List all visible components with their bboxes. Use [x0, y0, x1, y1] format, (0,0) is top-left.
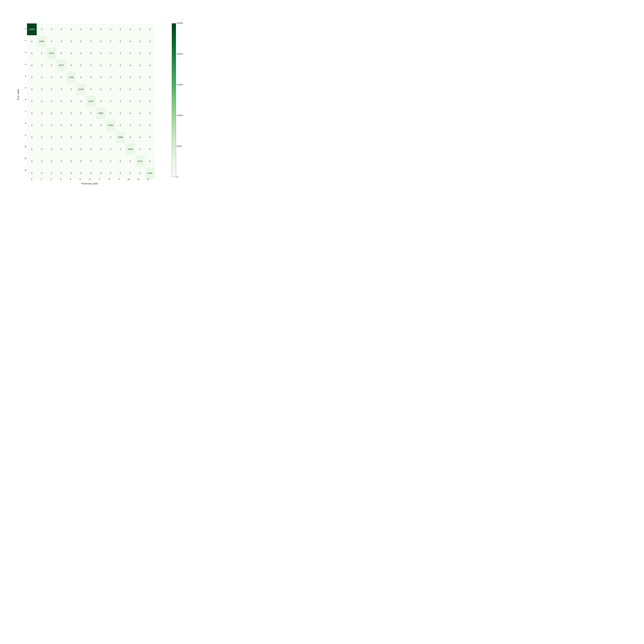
heatmap-cell: 0 — [106, 47, 116, 59]
y-tick-label: 0 — [24, 24, 27, 29]
heatmap-cell: 0 — [86, 143, 96, 155]
heatmap-cell: 0 — [86, 107, 96, 119]
heatmap-grid: 2500000000000000002040000000000000020740… — [27, 23, 155, 179]
heatmap-cell: 0 — [86, 131, 96, 143]
heatmap-cell: 0 — [116, 47, 125, 59]
y-tick-label: 11 — [24, 154, 27, 159]
heatmap-cell: 0 — [27, 167, 37, 179]
heatmap-cell: 0 — [125, 131, 135, 143]
heatmap-cell: 0 — [37, 47, 47, 59]
y-tick-label: 5 — [24, 83, 27, 88]
heatmap-cell: 0 — [116, 119, 125, 131]
heatmap-cell: 0 — [135, 35, 145, 47]
heatmap-cell: 0 — [76, 167, 86, 179]
heatmap-cell: 0 — [76, 131, 86, 143]
heatmap-cell: 0 — [76, 155, 86, 167]
colorbar-tick-label: 5000 — [177, 145, 182, 147]
heatmap-cell: 0 — [116, 167, 125, 179]
heatmap-cell: 0 — [47, 23, 57, 35]
heatmap-cell: 0 — [135, 107, 145, 119]
y-tick-label: 6 — [24, 95, 27, 100]
heatmap-cell: 0 — [27, 107, 37, 119]
heatmap-cell: 0 — [145, 71, 155, 83]
heatmap-cell: 0 — [135, 71, 145, 83]
heatmap-cell: 0 — [116, 95, 125, 107]
heatmap-cell: 0 — [145, 143, 155, 155]
y-axis-label: True Label — [17, 89, 19, 100]
heatmap-cell: 0 — [27, 59, 37, 71]
y-tick-label: 2 — [24, 48, 27, 53]
heatmap-cell: 0 — [106, 23, 116, 35]
x-axis-label: Predicted Label — [81, 182, 98, 185]
heatmap-cell: 0 — [106, 131, 116, 143]
heatmap-cell: 0 — [106, 107, 116, 119]
y-tick-label: 9 — [24, 130, 27, 136]
heatmap-cell: 0 — [76, 23, 86, 35]
heatmap-cell: 0 — [27, 47, 37, 59]
heatmap-cell: 2145 — [86, 95, 96, 107]
heatmap-cell: 0 — [125, 95, 135, 107]
heatmap-cell: 0 — [116, 83, 125, 95]
heatmap-cell: 0 — [145, 83, 155, 95]
heatmap-cell: 2059 — [145, 167, 155, 179]
heatmap-cell: 0 — [47, 107, 57, 119]
x-tick-label: 0 — [28, 178, 35, 180]
heatmap-cell: 0 — [47, 167, 57, 179]
heatmap-cell: 0 — [47, 143, 57, 155]
heatmap-cell: 0 — [37, 59, 47, 71]
heatmap-cell: 0 — [76, 59, 86, 71]
heatmap-cell: 0 — [125, 35, 135, 47]
x-tick-label: 8 — [106, 178, 113, 180]
heatmap-cell: 0 — [66, 59, 76, 71]
x-tick-label: 3 — [57, 178, 64, 180]
heatmap-cell: 0 — [106, 35, 116, 47]
heatmap-cell: 0 — [125, 107, 135, 119]
heatmap-cell: 0 — [66, 83, 76, 95]
heatmap-cell: 0 — [76, 143, 86, 155]
heatmap-cell: 0 — [125, 155, 135, 167]
y-tick-label: 10 — [24, 142, 27, 148]
heatmap-cell: 0 — [96, 143, 106, 155]
heatmap-cell: 0 — [57, 35, 66, 47]
heatmap-cell: 0 — [145, 23, 155, 35]
heatmap-cell: 0 — [66, 155, 76, 167]
heatmap-cell: 0 — [116, 143, 125, 155]
figure: 2500000000000000002040000000000000020740… — [0, 0, 215, 215]
heatmap-cell: 0 — [125, 47, 135, 59]
heatmap-cell: 0 — [37, 119, 47, 131]
heatmap-cell: 0 — [96, 83, 106, 95]
heatmap-cell: 0 — [96, 59, 106, 71]
heatmap-cell: 0 — [125, 23, 135, 35]
heatmap-cell: 0 — [96, 131, 106, 143]
heatmap-cell: 0 — [27, 119, 37, 131]
heatmap-cell: 0 — [145, 59, 155, 71]
heatmap-cell: 0 — [106, 143, 116, 155]
heatmap-axes: 2500000000000000002040000000000000020740… — [27, 23, 153, 177]
x-tick-label: 11 — [135, 178, 142, 180]
heatmap-cell: 0 — [135, 59, 145, 71]
heatmap-cell: 0 — [145, 131, 155, 143]
heatmap-cell: 0 — [66, 35, 76, 47]
heatmap-cell: 0 — [27, 131, 37, 143]
heatmap-cell: 0 — [66, 47, 76, 59]
heatmap-cell: 0 — [47, 35, 57, 47]
heatmap-cell: 2048 — [106, 119, 116, 131]
heatmap-cell: 0 — [116, 59, 125, 71]
heatmap-cell: 0 — [37, 155, 47, 167]
heatmap-cell: 0 — [96, 47, 106, 59]
heatmap-cell: 0 — [66, 143, 76, 155]
heatmap-cell: 0 — [96, 167, 106, 179]
heatmap-cell: 0 — [145, 119, 155, 131]
heatmap-cell: 2128 — [76, 83, 86, 95]
heatmap-cell: 0 — [145, 107, 155, 119]
heatmap-cell: 0 — [27, 95, 37, 107]
heatmap-cell: 0 — [96, 155, 106, 167]
x-tick-label: 4 — [67, 178, 74, 180]
heatmap-cell: 0 — [86, 35, 96, 47]
colorbar-tick-label: 20000 — [177, 53, 183, 55]
heatmap-cell: 0 — [66, 95, 76, 107]
heatmap-cell: 0 — [96, 95, 106, 107]
y-tick-label: 12 — [24, 166, 27, 171]
heatmap-cell: 0 — [37, 107, 47, 119]
heatmap-cell: 0 — [86, 155, 96, 167]
